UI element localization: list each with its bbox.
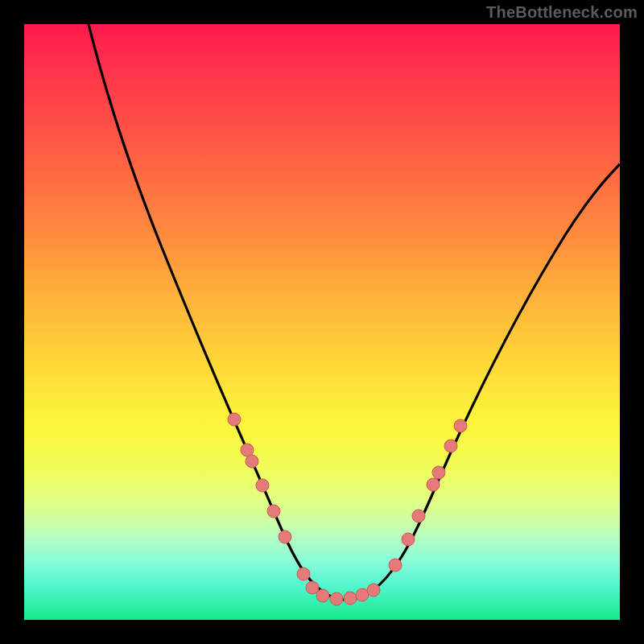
data-dot — [256, 479, 269, 492]
data-dot — [367, 584, 380, 597]
data-dot — [412, 510, 425, 522]
chart-svg — [24, 24, 620, 620]
data-dot — [306, 581, 319, 594]
data-dot — [330, 592, 343, 605]
data-dot — [246, 455, 258, 468]
outer-frame: TheBottleneck.com — [0, 0, 644, 644]
data-dot — [297, 568, 310, 580]
data-dot — [267, 505, 280, 518]
data-dot — [432, 466, 445, 479]
data-dot — [279, 530, 291, 543]
plot-area — [24, 24, 620, 620]
data-dot — [316, 589, 329, 602]
data-dot — [228, 413, 241, 426]
data-dot — [402, 533, 415, 546]
data-dot — [454, 419, 467, 432]
data-dot — [444, 440, 457, 452]
bottleneck-curve — [89, 24, 620, 600]
watermark-text: TheBottleneck.com — [486, 3, 638, 22]
data-dot — [427, 478, 440, 491]
data-dot — [389, 559, 402, 572]
dot-group — [228, 413, 467, 605]
data-dot — [344, 592, 357, 605]
